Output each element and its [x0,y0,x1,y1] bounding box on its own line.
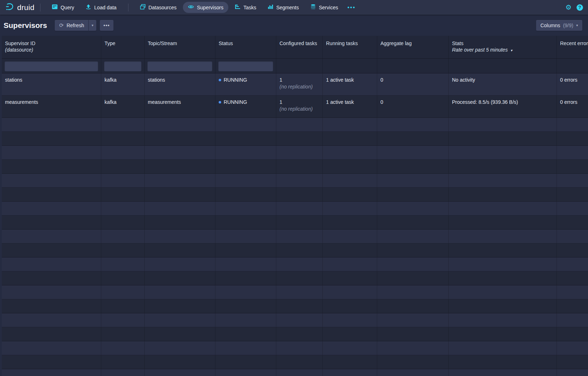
empty-cell [449,146,557,159]
empty-cell [215,132,276,145]
empty-cell [449,327,557,341]
cell-supervisor-id[interactable]: measurements [2,96,101,117]
empty-cell [276,244,323,257]
empty-cell [145,257,215,271]
empty-cell [145,146,215,159]
cell-supervisor-id[interactable]: stations [2,73,101,95]
nav-item-supervisors[interactable]: Supervisors [183,2,228,13]
more-actions-button[interactable]: ••• [100,20,113,31]
empty-cell [323,355,377,369]
filter-input-topic-stream[interactable] [147,61,212,71]
empty-cell [377,174,449,187]
column-header-status[interactable]: Status [215,36,276,58]
table-row-empty [2,216,588,230]
empty-cell [2,188,101,201]
column-label: Topic/Stream [148,40,177,46]
stats-rate-selector[interactable]: Rate over past 5 minutes ▾ [452,47,553,54]
nav-item-label: Tasks [243,5,256,10]
supervisor-id-value: measurements [5,99,38,105]
nav-item-segments[interactable]: Segments [263,2,304,13]
recent-errors-value: 0 errors [560,77,577,83]
nav-item-load-data[interactable]: Load data [81,2,121,13]
filter-input-type[interactable] [104,61,141,71]
refresh-interval-dropdown[interactable]: ▾ [89,20,96,31]
column-label: Aggregate lag [380,40,412,46]
nav-item-query[interactable]: Query [47,2,79,13]
nav-item-datasources[interactable]: Datasources [135,2,182,13]
druid-logo[interactable]: druid [5,2,34,13]
empty-cell [323,216,377,229]
empty-cell [101,285,145,299]
nav-item-label: Load data [94,5,116,10]
column-label: Recent errors [560,40,588,46]
upload-icon [86,4,91,11]
empty-cell [449,118,557,131]
empty-cell [449,244,557,257]
empty-cell [323,257,377,271]
empty-cell [276,216,323,229]
columns-button[interactable]: Columns (9/9) ▾ [536,20,582,31]
table-row-measurements[interactable]: measurements kafka measurements RUNNING … [2,96,588,118]
empty-cell [323,244,377,257]
empty-cell [377,369,449,376]
empty-cell [449,174,557,187]
filter-input-supervisor-id[interactable] [5,61,98,71]
empty-cell [276,313,323,327]
column-label: Running tasks [326,40,358,46]
nav-item-services[interactable]: Services [305,2,343,13]
empty-cell [377,230,449,243]
table-header-row: Supervisor ID (datasource) Type Topic/St… [2,36,588,59]
table-row-stations[interactable]: stations kafka stations RUNNING 1(no rep… [2,73,588,96]
empty-cell [377,132,449,145]
table-row-empty [2,257,588,271]
help-icon[interactable]: ? [577,4,583,11]
running-tasks-value: 1 active task [326,77,354,83]
table-row-empty [2,174,588,188]
column-header-stats[interactable]: Stats Rate over past 5 minutes ▾ [449,36,557,58]
cell-status: RUNNING [215,73,276,95]
nav-more-button[interactable]: ••• [344,3,359,12]
cell-status: RUNNING [215,96,276,117]
column-header-type[interactable]: Type [101,36,145,58]
empty-cell [215,271,276,285]
empty-cell [101,188,145,201]
refresh-button[interactable]: ⟳ Refresh [55,20,88,31]
empty-cell [145,202,215,215]
column-label: Supervisor ID [5,40,35,46]
column-header-aggregate-lag[interactable]: Aggregate lag [377,36,449,58]
column-header-running-tasks[interactable]: Running tasks [323,36,377,58]
gear-icon[interactable]: ⚙ [565,4,572,11]
cell-running-tasks: 1 active task [323,96,377,117]
empty-cell [557,369,588,376]
empty-cell [323,341,377,355]
column-header-topic-stream[interactable]: Topic/Stream [145,36,215,58]
empty-cell [2,369,101,376]
empty-cell [101,327,145,341]
table-row-empty [2,160,588,174]
empty-cell [557,244,588,257]
empty-cell [101,244,145,257]
page-title: Supervisors [4,21,47,30]
empty-cell [276,257,323,271]
empty-cell [2,216,101,229]
filter-input-status[interactable] [218,61,273,71]
topic-value: stations [148,77,165,83]
empty-cell [276,299,323,313]
column-label: Type [105,40,115,46]
table-row-empty [2,132,588,146]
empty-cell [557,118,588,131]
refresh-icon: ⟳ [59,23,64,28]
empty-cell [276,355,323,369]
table-row-empty [2,118,588,132]
empty-cell [2,341,101,355]
column-header-supervisor-id[interactable]: Supervisor ID (datasource) [2,36,101,58]
nav-item-tasks[interactable]: Tasks [230,2,261,13]
column-header-recent-errors[interactable]: Recent errors [557,36,588,58]
filter-cell [215,59,276,73]
empty-cell [377,355,449,369]
empty-cell [449,216,557,229]
empty-cell [101,132,145,145]
empty-cell [2,202,101,215]
column-header-configured-tasks[interactable]: Configured tasks [276,36,323,58]
empty-cell [2,285,101,299]
